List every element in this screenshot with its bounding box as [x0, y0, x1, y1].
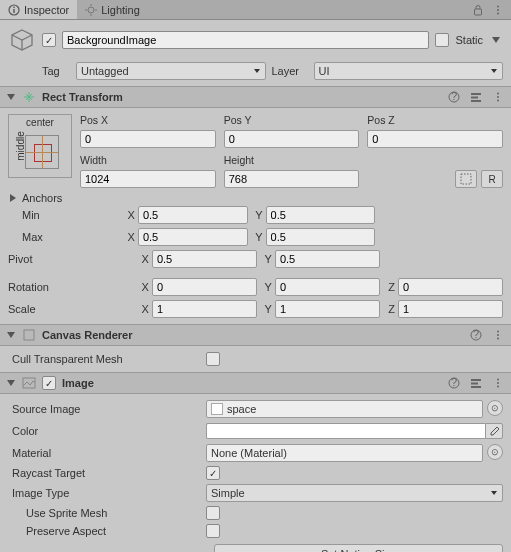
- height-input[interactable]: [224, 170, 360, 188]
- svg-marker-15: [7, 94, 15, 100]
- svg-rect-39: [471, 386, 481, 388]
- blueprint-mode-button[interactable]: [455, 170, 477, 188]
- object-name-input[interactable]: [62, 31, 429, 49]
- static-checkbox[interactable]: [435, 33, 449, 47]
- tab-bar: Inspector Lighting: [0, 0, 511, 20]
- tab-lighting[interactable]: Lighting: [77, 0, 148, 19]
- rotation-y[interactable]: [275, 278, 380, 296]
- material-field[interactable]: None (Material): [206, 444, 483, 462]
- foldout-icon[interactable]: [6, 330, 16, 340]
- svg-rect-34: [23, 378, 35, 388]
- image-body: Source Image space ⊙ Color Material None…: [0, 394, 511, 552]
- image-header[interactable]: Image ?: [0, 372, 511, 394]
- use-sprite-mesh-checkbox[interactable]: [206, 506, 220, 520]
- svg-point-41: [497, 382, 499, 384]
- layer-dropdown[interactable]: UI: [314, 62, 504, 80]
- menu-icon[interactable]: [491, 3, 505, 17]
- tab-inspector-label: Inspector: [24, 4, 69, 16]
- tag-dropdown[interactable]: Untagged: [76, 62, 266, 80]
- svg-point-21: [497, 93, 499, 95]
- source-image-label: Source Image: [8, 403, 198, 415]
- raycast-target-checkbox[interactable]: [206, 466, 220, 480]
- svg-marker-33: [7, 380, 15, 386]
- foldout-right-icon: [8, 193, 18, 203]
- svg-marker-25: [10, 194, 16, 202]
- help-icon[interactable]: ?: [469, 328, 483, 342]
- svg-point-22: [497, 96, 499, 98]
- width-input[interactable]: [80, 170, 216, 188]
- set-native-size-button[interactable]: Set Native Size: [214, 544, 503, 552]
- material-label: Material: [8, 447, 198, 459]
- anchor-max-x[interactable]: [138, 228, 248, 246]
- pivot-x[interactable]: [152, 250, 257, 268]
- eyedropper-icon[interactable]: [485, 423, 503, 439]
- anchor-min-x[interactable]: [138, 206, 248, 224]
- help-icon[interactable]: ?: [447, 376, 461, 390]
- svg-point-42: [497, 386, 499, 388]
- foldout-icon[interactable]: [6, 378, 16, 388]
- canvas-renderer-body: Cull Transparent Mesh: [0, 346, 511, 372]
- svg-marker-14: [492, 37, 500, 43]
- rotation-z[interactable]: [398, 278, 503, 296]
- image-icon: [22, 376, 36, 390]
- source-image-field[interactable]: space: [206, 400, 483, 418]
- min-label: Min: [8, 209, 118, 221]
- posx-input[interactable]: [80, 130, 216, 148]
- posz-input[interactable]: [367, 130, 503, 148]
- sun-icon: [85, 4, 97, 16]
- sprite-thumb-icon: [211, 403, 223, 415]
- lock-icon[interactable]: [471, 3, 485, 17]
- svg-rect-19: [471, 97, 478, 99]
- canvas-renderer-header[interactable]: Canvas Renderer ?: [0, 324, 511, 346]
- svg-point-32: [497, 338, 499, 340]
- help-icon[interactable]: ?: [447, 90, 461, 104]
- tab-inspector[interactable]: Inspector: [0, 0, 77, 19]
- rect-transform-title: Rect Transform: [42, 91, 441, 103]
- scale-label: Scale: [8, 303, 132, 315]
- foldout-icon[interactable]: [6, 92, 16, 102]
- posz-label: Pos Z: [367, 112, 503, 126]
- preserve-aspect-checkbox[interactable]: [206, 524, 220, 538]
- object-picker-icon[interactable]: ⊙: [487, 400, 503, 416]
- active-checkbox[interactable]: [42, 33, 56, 47]
- rect-transform-header[interactable]: Rect Transform ?: [0, 86, 511, 108]
- preset-icon[interactable]: [469, 90, 483, 104]
- scale-y[interactable]: [275, 300, 380, 318]
- pivot-y[interactable]: [275, 250, 380, 268]
- width-label: Width: [80, 152, 216, 166]
- rotation-x[interactable]: [152, 278, 257, 296]
- image-enabled-checkbox[interactable]: [42, 376, 56, 390]
- gameobject-icon[interactable]: [8, 26, 36, 54]
- scale-z[interactable]: [398, 300, 503, 318]
- svg-point-40: [497, 379, 499, 381]
- anchor-preset-widget[interactable]: center middle: [8, 114, 72, 178]
- tag-layer-row: Tag Untagged Layer UI: [0, 60, 511, 86]
- anchors-foldout[interactable]: Anchors: [8, 192, 503, 204]
- color-field[interactable]: [206, 423, 485, 439]
- svg-point-10: [497, 9, 499, 11]
- static-label: Static: [455, 34, 483, 46]
- anchor-min-y[interactable]: [266, 206, 376, 224]
- svg-text:?: ?: [451, 91, 457, 102]
- raw-edit-button[interactable]: R: [481, 170, 503, 188]
- component-menu-icon[interactable]: [491, 376, 505, 390]
- preset-icon[interactable]: [469, 376, 483, 390]
- image-title: Image: [62, 377, 441, 389]
- svg-text:?: ?: [473, 329, 479, 340]
- component-menu-icon[interactable]: [491, 90, 505, 104]
- svg-rect-18: [471, 93, 481, 95]
- preserve-aspect-label: Preserve Aspect: [8, 525, 198, 537]
- static-dropdown-icon[interactable]: [489, 33, 503, 47]
- component-menu-icon[interactable]: [491, 328, 505, 342]
- rect-transform-icon: [22, 90, 36, 104]
- svg-rect-37: [471, 379, 481, 381]
- rotation-label: Rotation: [8, 281, 132, 293]
- rect-transform-body: center middle Pos X Pos Y Pos Z Width He…: [0, 108, 511, 324]
- posy-input[interactable]: [224, 130, 360, 148]
- image-type-dropdown[interactable]: Simple: [206, 484, 503, 502]
- cull-transparent-checkbox[interactable]: [206, 352, 220, 366]
- tab-lighting-label: Lighting: [101, 4, 140, 16]
- object-picker-icon[interactable]: ⊙: [487, 444, 503, 460]
- scale-x[interactable]: [152, 300, 257, 318]
- anchor-max-y[interactable]: [266, 228, 376, 246]
